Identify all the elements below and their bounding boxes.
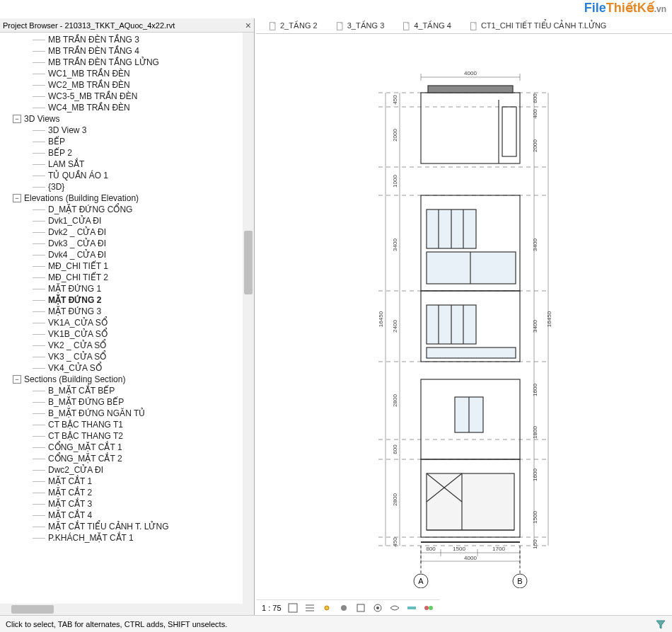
svg-rect-17 (502, 107, 516, 156)
tree-item-label: Dvk1_CỬA ĐI (48, 216, 101, 226)
tree-item[interactable]: B_MẶT ĐỨNG BẾP (0, 396, 254, 408)
tree-item[interactable]: −Sections (Building Section) (0, 374, 254, 385)
worksharing-icon[interactable] (423, 602, 434, 614)
tree-item-label: MẶT CẮT 1 (48, 476, 92, 486)
svg-rect-89 (357, 604, 364, 611)
show-hidden-icon[interactable] (372, 602, 383, 614)
scrollbar-thumb[interactable] (11, 605, 54, 614)
svg-rect-15 (428, 86, 513, 93)
tree-item[interactable]: BẾP (0, 136, 254, 147)
status-icons (655, 619, 666, 630)
expand-icon[interactable]: − (13, 375, 21, 384)
tree-item[interactable]: MẶT ĐỨNG 3 (0, 306, 254, 317)
svg-text:800: 800 (426, 546, 436, 552)
horizontal-scrollbar[interactable] (0, 604, 254, 615)
tree-item-label: B_MẶT CẮT BẾP (48, 386, 115, 396)
svg-text:4000: 4000 (464, 70, 477, 76)
tree-item[interactable]: VK1B_CỬA SỔ (0, 328, 254, 340)
tree-connector (33, 96, 45, 97)
tree-item[interactable]: WC1_MB TRẦN ĐÈN (0, 68, 254, 79)
svg-rect-92 (407, 607, 416, 609)
tree-item[interactable]: VK1A_CỬA SỔ (0, 317, 254, 328)
tree-item[interactable]: {3D} (0, 181, 254, 193)
tree-item[interactable]: WC2_MB TRẦN ĐÈN (0, 79, 254, 91)
reveal-icon[interactable] (389, 602, 400, 614)
tree-connector (33, 391, 45, 391)
sheet-icon (336, 22, 344, 30)
tree-item[interactable]: D_MẶT ĐỨNG CỔNG (0, 204, 254, 215)
tree-item-label: MẶT CẮT 4 (48, 510, 92, 520)
sheet-icon (470, 22, 478, 30)
tree-item[interactable]: MB TRẦN ĐÈN TẦNG 3 (0, 34, 254, 45)
tree-item[interactable]: TỦ QUẦN ÁO 1 (0, 170, 254, 181)
visual-style-icon[interactable] (287, 602, 299, 614)
tree-item[interactable]: −Elevations (Building Elevation) (0, 193, 254, 204)
filter-icon[interactable] (655, 619, 666, 630)
tree-item[interactable]: Dvk1_CỬA ĐI (0, 215, 254, 226)
project-browser-panel: Project Browser - 210313_TKKT_AQuoc_4x22… (0, 18, 255, 615)
tab-tang2[interactable]: 2_TẦNG 2 (263, 20, 323, 32)
tree-item[interactable]: CT BẬC THANG T1 (0, 419, 254, 430)
tree-item[interactable]: −3D Views (0, 113, 254, 125)
tree-item[interactable]: MB TRẦN ĐÈN TẦNG LỬNG (0, 57, 254, 68)
tree-item[interactable]: CT BẬC THANG T2 (0, 430, 254, 442)
tree-item[interactable]: WC4_MB TRẦN ĐÈN (0, 102, 254, 113)
tree-item[interactable]: B_MẶT CẮT BẾP (0, 385, 254, 396)
tree-item[interactable]: MĐ_CHI TIẾT 2 (0, 272, 254, 283)
tree-item[interactable]: CỔNG_MẶT CẮT 1 (0, 442, 254, 453)
tree-item[interactable]: MẶT CẮT 1 (0, 476, 254, 487)
tree-item[interactable]: VK4_CỬA SỔ (0, 362, 254, 374)
tree-item-label: MĐ_CHI TIẾT 1 (48, 261, 108, 271)
tree-item-label: Dvk3 _ CỬA ĐI (48, 239, 106, 248)
tab-tang3[interactable]: 3_TẦNG 3 (330, 20, 390, 32)
project-browser-tree[interactable]: MB TRẦN ĐÈN TẦNG 3MB TRẦN ĐÈN TẦNG 4MB T… (0, 33, 254, 604)
tree-item[interactable]: MẶT CẮT TIỂU CẢNH T. LỬNG (0, 521, 254, 532)
tree-item[interactable]: B_MẶT ĐỨNG NGĂN TỦ (0, 408, 254, 419)
tree-item[interactable]: WC3-5_MB TRẦN ĐÈN (0, 91, 254, 102)
expand-icon[interactable]: − (13, 194, 21, 202)
tree-item[interactable]: P.KHÁCH_MẶT CẮT 1 (0, 532, 254, 544)
sun-path-icon[interactable] (321, 602, 332, 614)
vertical-scrollbar[interactable] (243, 33, 254, 604)
tree-connector (33, 323, 45, 323)
expand-icon[interactable]: − (13, 115, 21, 123)
tree-item[interactable]: LAM SẮT (0, 159, 254, 170)
tree-item[interactable]: Dvk2 _ CỬA ĐI (0, 226, 254, 238)
tree-connector (33, 538, 45, 539)
tree-item[interactable]: MẶT ĐỨNG 1 (0, 283, 254, 294)
tree-item-label: MẶT ĐỨNG 1 (48, 284, 101, 294)
close-icon[interactable]: × (245, 20, 251, 31)
drawing-viewport[interactable]: 4000 16450 450 2000 1000 3400 2400 2800 … (255, 34, 672, 604)
tree-item[interactable]: BẾP 2 (0, 147, 254, 159)
tree-item[interactable]: VK3 _ CỬA SỔ (0, 351, 254, 362)
tree-item[interactable]: Dvk4 _ CỬA ĐI (0, 249, 254, 260)
crop-icon[interactable] (355, 602, 366, 614)
tree-item-label: BẾP (48, 137, 65, 146)
scale-label[interactable]: 1 : 75 (262, 604, 282, 612)
temp-hide-icon[interactable] (406, 602, 417, 614)
tree-item[interactable]: MẶT CẮT 2 (0, 487, 254, 498)
tree-item[interactable]: MẶT CẮT 4 (0, 510, 254, 521)
scrollbar-thumb[interactable] (244, 231, 253, 294)
shadows-icon[interactable] (338, 602, 349, 614)
tree-item[interactable]: CỔNG_MẶT CẮT 2 (0, 453, 254, 464)
tab-tang4[interactable]: 4_TẦNG 4 (397, 20, 457, 32)
tree-connector (33, 345, 45, 346)
tree-item-label: 3D View 3 (48, 125, 86, 135)
tree-item[interactable]: MĐ_CHI TIẾT 1 (0, 260, 254, 272)
tree-item[interactable]: 3D View 3 (0, 125, 254, 136)
tree-item[interactable]: VK2 _ CỬA SỔ (0, 340, 254, 351)
tree-connector (33, 481, 45, 482)
status-bar: Click to select, TAB for alternates, CTR… (0, 615, 672, 632)
view-control-bar: 1 : 75 (256, 599, 440, 615)
svg-point-88 (341, 605, 347, 611)
tree-item[interactable]: MB TRẦN ĐÈN TẦNG 4 (0, 45, 254, 57)
tree-connector (33, 85, 45, 86)
tree-item[interactable]: Dwc2_CỬA ĐI (0, 464, 254, 476)
tree-item[interactable]: Dvk3 _ CỬA ĐI (0, 238, 254, 249)
detail-level-icon[interactable] (304, 602, 315, 614)
tab-ct1[interactable]: CT1_CHI TIẾT TIỂU CẢNH T.LỬNG (464, 20, 613, 32)
tree-item[interactable]: MẶT ĐỨNG 2 (0, 294, 254, 306)
tree-item-label: MB TRẦN ĐÈN TẦNG 4 (48, 46, 139, 56)
tree-item[interactable]: MẶT CẮT 3 (0, 498, 254, 510)
